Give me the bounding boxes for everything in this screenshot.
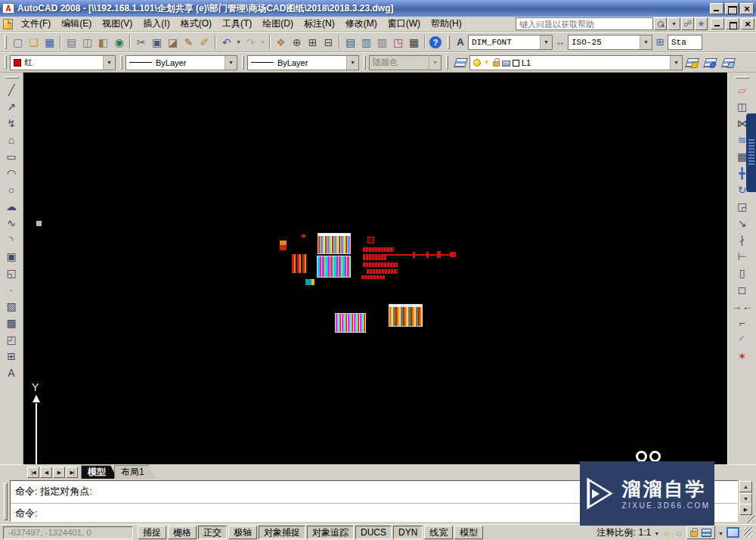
模型[interactable]: 模型 (454, 526, 483, 539)
dim-style-icon[interactable]: ↔ (553, 36, 568, 48)
redo-dropdown-icon[interactable]: ▾ (259, 34, 267, 50)
drawing-thumbnail-2[interactable] (317, 256, 351, 278)
格式(O)[interactable]: 格式(O) (175, 17, 217, 30)
search-icon[interactable] (654, 17, 667, 30)
布局1[interactable]: 布局1 (114, 465, 156, 479)
帮助(H)[interactable]: 帮助(H) (426, 17, 467, 30)
pan-icon[interactable]: ❖ (273, 34, 289, 50)
DUCS[interactable]: DUCS (355, 526, 392, 539)
linetype-combo[interactable]: ByLayer (125, 55, 237, 70)
toolbar-grip[interactable] (446, 55, 448, 70)
cad-entity-teal-block[interactable] (305, 279, 314, 285)
paste-icon[interactable]: ◪ (165, 34, 181, 50)
DYN[interactable]: DYN (393, 526, 423, 539)
chevron-down-icon[interactable] (346, 56, 358, 70)
scroll-up-icon[interactable]: ▲ (739, 481, 752, 492)
match-properties-icon[interactable]: ✎ (181, 34, 197, 50)
scroll-right-icon[interactable]: ▶ (739, 504, 752, 515)
捕捉[interactable]: 捕捉 (138, 526, 166, 539)
mtext-icon[interactable]: A (2, 365, 20, 381)
window-resize-grip[interactable] (744, 527, 753, 538)
next-tab-button[interactable]: ▶ (53, 467, 65, 478)
revision-cloud-icon[interactable]: ☁ (2, 198, 20, 215)
extend-icon[interactable]: ⊢ (733, 248, 751, 265)
toolbar-grip[interactable] (5, 76, 19, 79)
插入(I)[interactable]: 插入(I) (138, 17, 175, 30)
red-annotation-bar[interactable] (367, 269, 398, 274)
document-icon[interactable] (3, 19, 13, 29)
plot-preview-icon[interactable]: ◫ (79, 34, 95, 50)
help-icon[interactable]: ? (429, 36, 442, 48)
text-style-icon[interactable]: A (453, 36, 468, 48)
chevron-down-icon[interactable] (103, 56, 115, 70)
cut-icon[interactable]: ✂ (133, 34, 149, 50)
undo-icon[interactable]: ↶ (218, 34, 234, 50)
线宽[interactable]: 线宽 (424, 526, 453, 539)
对象捕捉[interactable]: 对象捕捉 (259, 526, 305, 539)
rectangle-icon[interactable]: ▭ (2, 148, 20, 165)
layer-on-bulb-icon[interactable] (473, 59, 481, 67)
properties-icon[interactable]: ▤ (342, 34, 358, 50)
极轴[interactable]: 极轴 (228, 526, 257, 539)
table-icon[interactable]: ⊞ (2, 348, 20, 365)
toolbar-grip[interactable] (735, 76, 749, 79)
scroll-down-icon[interactable]: ▼ (739, 493, 752, 504)
copy-object-icon[interactable]: ◫ (733, 98, 751, 115)
join-icon[interactable]: →← (733, 298, 751, 315)
chevron-down-icon[interactable] (225, 56, 237, 70)
hatch-icon[interactable]: ▨ (2, 298, 20, 315)
正交[interactable]: 正交 (198, 526, 227, 539)
doc-minimize-button[interactable] (711, 18, 724, 29)
toolbar-grip[interactable] (120, 55, 122, 70)
doc-restore-button[interactable] (726, 18, 739, 29)
标注(N)[interactable]: 标注(N) (299, 17, 340, 30)
red-annotation-small-box[interactable] (367, 237, 374, 244)
make-object-layer-current-button[interactable] (683, 54, 701, 70)
绘图(D)[interactable]: 绘图(D) (257, 17, 299, 30)
cad-entity-striped-columns[interactable] (292, 254, 308, 273)
layer-properties-manager-button[interactable] (451, 54, 469, 70)
region-icon[interactable]: ◰ (2, 331, 20, 348)
doc-close-button[interactable] (741, 18, 754, 29)
annotation-autoscale-icon[interactable]: ☼ (674, 528, 683, 538)
toolbar-grip[interactable] (448, 35, 450, 49)
toolbar-grip[interactable] (5, 35, 7, 49)
coordinates-readout[interactable]: -637497, -1324401, 0 (3, 526, 133, 539)
markup-set-manager-icon[interactable]: ◳ (390, 34, 406, 50)
maximize-button[interactable] (725, 3, 739, 14)
title-bar[interactable]: A AutoCAD 2008 - [\\192.168.1.101\企划共享 (… (0, 0, 756, 17)
table-style-combo[interactable]: Sta (668, 35, 702, 50)
break-at-point-icon[interactable]: ▯ (733, 265, 751, 281)
status-menu-dropdown-icon[interactable] (718, 527, 723, 538)
toolbar-grip[interactable] (5, 55, 7, 70)
red-leader-tick[interactable] (426, 252, 429, 258)
red-annotation-bar[interactable] (363, 262, 398, 267)
explode-icon[interactable]: ✶ (733, 348, 751, 365)
line-icon[interactable]: ╱ (2, 82, 20, 98)
copy-icon[interactable]: ▣ (149, 34, 165, 50)
栅格[interactable]: 栅格 (168, 526, 197, 539)
cad-entity-orange-block[interactable] (280, 241, 287, 250)
ellipse-arc-icon[interactable]: ◝ (2, 231, 20, 248)
color-combo[interactable]: 红 (10, 55, 116, 70)
construction-line-icon[interactable]: ↗ (2, 98, 20, 115)
red-leader-line[interactable] (382, 254, 456, 256)
chevron-down-icon[interactable] (670, 56, 682, 70)
erase-icon[interactable]: ▱ (733, 82, 751, 98)
first-tab-button[interactable]: |◀ (27, 467, 39, 478)
tool-palettes-autohide-bar[interactable] (746, 113, 756, 192)
circle-icon[interactable]: ○ (2, 182, 20, 198)
模型[interactable]: 模型 (81, 465, 117, 479)
stretch-icon[interactable]: ↘ (733, 215, 751, 231)
table-style-icon[interactable]: ⊞ (652, 36, 668, 48)
red-leader-end[interactable] (450, 252, 456, 257)
scale-icon[interactable]: ◲ (733, 198, 751, 215)
quickcalc-icon[interactable]: ▦ (406, 34, 422, 50)
redo-icon[interactable]: ↷ (243, 34, 259, 50)
layer-states-button[interactable] (719, 54, 737, 70)
layer-thaw-sun-icon[interactable]: ☀ (483, 58, 491, 67)
spline-icon[interactable]: ∿ (2, 215, 20, 231)
工具(T)[interactable]: 工具(T) (217, 17, 257, 30)
layer-combo[interactable]: ☀ L1 (469, 55, 683, 70)
chamfer-icon[interactable]: ⌐ (733, 315, 751, 331)
